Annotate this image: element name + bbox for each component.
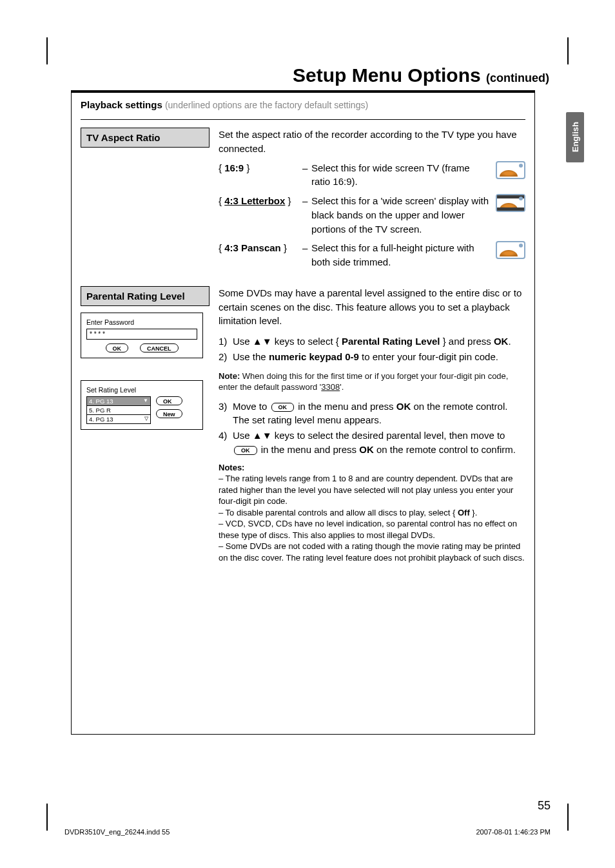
footer-left: DVDR3510V_eng_26244.indd 55 bbox=[64, 828, 170, 836]
chevron-down-icon: ▽ bbox=[144, 416, 148, 423]
step-4: Use ▲▼ keys to select the desired parent… bbox=[233, 429, 525, 457]
chapter-title-text: Setup Menu Options bbox=[293, 64, 481, 86]
opt-letterbox: { 4:3 Letterbox } – Select this for a 'w… bbox=[219, 194, 525, 236]
opt-panscan-val: Select this for a full-height picture wi… bbox=[311, 241, 489, 269]
opt-letterbox-val: Select this for a 'wide screen' display … bbox=[311, 194, 489, 236]
osd-item-c: 4. PG 13 bbox=[89, 416, 113, 423]
content-frame: Playback settings (underlined options ar… bbox=[71, 90, 535, 735]
note-4: Some DVDs are not coded with a rating th… bbox=[219, 541, 525, 563]
language-tab: English bbox=[566, 112, 584, 162]
parental-intro: Some DVDs may have a parental level assi… bbox=[219, 286, 525, 328]
step-3: Move to OK in the menu and press OK on t… bbox=[233, 400, 525, 428]
osd-item-b: 5. PG R bbox=[89, 407, 111, 414]
opt-panscan: { 4:3 Panscan } – Select this for a full… bbox=[219, 241, 525, 269]
tv-aspect-intro: Set the aspect ratio of the recorder acc… bbox=[219, 128, 525, 156]
tv-aspect-heading: TV Aspect Ratio bbox=[81, 128, 210, 148]
opt-16-9-key: 16:9 bbox=[224, 162, 244, 173]
crop-mark bbox=[46, 804, 48, 831]
arrow-keys-icon: ▲▼ bbox=[253, 430, 272, 441]
chapter-continued: (continued) bbox=[486, 72, 549, 84]
default-password: 3308 bbox=[321, 382, 340, 392]
ok-badge-icon: OK bbox=[234, 446, 257, 455]
arrow-keys-icon: ▲▼ bbox=[253, 336, 272, 347]
step-num-4: 4) bbox=[219, 429, 233, 457]
parental-heading: Parental Rating Level bbox=[81, 286, 210, 306]
section-note-text: (underlined options are the factory defa… bbox=[165, 100, 368, 110]
osd-cancel-button: CANCEL bbox=[140, 343, 179, 352]
osd-password-field: * * * * bbox=[86, 329, 197, 340]
chapter-title: Setup Menu Options (continued) bbox=[71, 64, 554, 86]
chevron-down-icon: ▼ bbox=[143, 398, 148, 405]
osd-enter-password: Enter Password * * * * OK CANCEL bbox=[81, 313, 203, 358]
step-num-2: 2) bbox=[219, 350, 233, 364]
tv-panscan-icon bbox=[496, 241, 525, 259]
section-title: Playback settings bbox=[81, 99, 162, 110]
opt-panscan-key: 4:3 Panscan bbox=[224, 242, 281, 253]
parental-note: Note: When doing this for the first time… bbox=[219, 371, 525, 393]
crop-mark bbox=[567, 37, 569, 64]
parental-row: Parental Rating Level Enter Password * *… bbox=[81, 286, 525, 564]
osd-side-new-button: New bbox=[156, 409, 182, 418]
note-1: The rating levels range from 1 to 8 and … bbox=[219, 474, 513, 506]
step-num-3: 3) bbox=[219, 400, 233, 428]
crop-mark bbox=[46, 37, 48, 64]
section-header: Playback settings (underlined options ar… bbox=[81, 99, 525, 110]
footer: DVDR3510V_eng_26244.indd 55 2007-08-01 1… bbox=[64, 828, 551, 836]
opt-16-9: { 16:9 } – Select this for wide screen T… bbox=[219, 161, 525, 189]
page-number: 55 bbox=[538, 799, 551, 813]
footer-right: 2007-08-01 1:46:23 PM bbox=[476, 828, 551, 836]
osd-side-ok-button: OK bbox=[156, 396, 182, 405]
note-3: VCD, SVCD, CDs have no level indication,… bbox=[219, 519, 517, 540]
section-note: (underlined options are the factory defa… bbox=[165, 100, 368, 110]
crop-mark bbox=[567, 804, 569, 831]
tv-wide-icon bbox=[496, 161, 525, 179]
osd-enter-password-title: Enter Password bbox=[86, 318, 197, 326]
tv-letterbox-icon bbox=[496, 194, 525, 212]
osd-set-rating: Set Rating Level 4. PG 13▼ 5. PG R 4. PG… bbox=[81, 380, 203, 430]
ok-badge-icon: OK bbox=[271, 403, 295, 412]
tv-aspect-row: TV Aspect Ratio Set the aspect ratio of … bbox=[81, 128, 525, 275]
osd-ok-button: OK bbox=[106, 343, 129, 352]
opt-16-9-val: Select this for wide screen TV (frame ra… bbox=[311, 161, 489, 189]
opt-letterbox-key: 4:3 Letterbox bbox=[224, 195, 285, 206]
step-num-1: 1) bbox=[219, 334, 233, 349]
parental-notes: Notes: – The rating levels range from 1 … bbox=[219, 462, 525, 564]
note-2: To disable parental controls and allow a… bbox=[226, 508, 478, 517]
step-1: Use ▲▼ keys to select { Parental Rating … bbox=[233, 334, 525, 349]
osd-item-a: 4. PG 13 bbox=[89, 398, 113, 405]
divider bbox=[81, 119, 525, 120]
osd-set-rating-title: Set Rating Level bbox=[86, 386, 197, 394]
step-2: Use the numeric keypad 0-9 to enter your… bbox=[233, 350, 525, 364]
notes-heading: Notes: bbox=[219, 462, 525, 474]
osd-rating-list: 4. PG 13▼ 5. PG R 4. PG 13▽ bbox=[86, 396, 151, 424]
